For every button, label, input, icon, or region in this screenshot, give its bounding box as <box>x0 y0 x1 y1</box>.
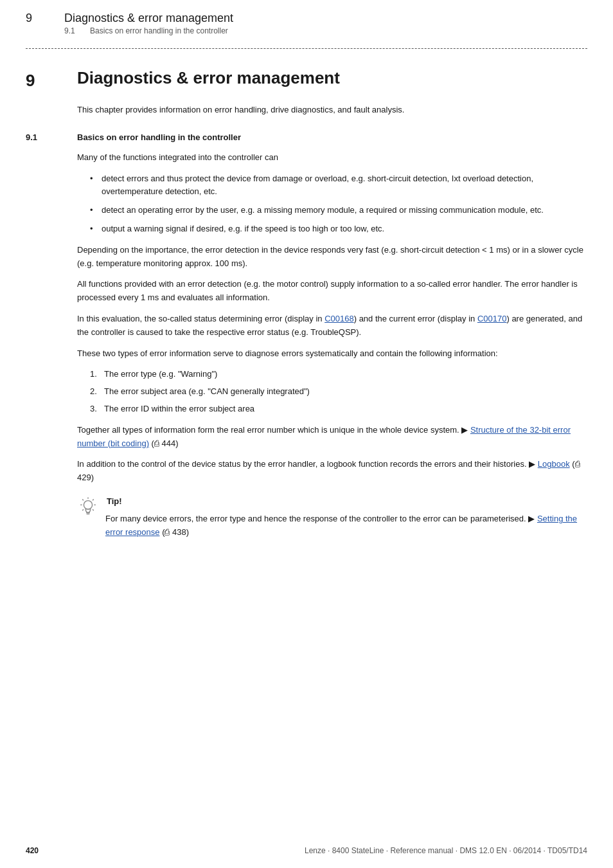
numbered-item: The error type (e.g. "Warning") <box>90 368 587 381</box>
tip-header: Tip! <box>105 496 587 506</box>
c00170-link[interactable]: C00170 <box>477 314 507 323</box>
section91-para7: In addition to the control of the device… <box>77 458 587 485</box>
tip-suffix: (⎙ 438) <box>160 527 190 537</box>
para6-suffix: (⎙ 444) <box>149 439 179 448</box>
header-strip: 9 Diagnostics & error management 9.1 Bas… <box>0 0 613 42</box>
section91-para1: Many of the functions integrated into th… <box>77 151 587 165</box>
para4-prefix: In this evaluation, the so-called status… <box>77 314 324 323</box>
list-item: output a warning signal if desired, e.g.… <box>90 222 587 236</box>
para6-prefix: Together all types of information form t… <box>77 425 470 435</box>
tip-box: Tip! For many device errors, the error t… <box>77 496 587 539</box>
svg-line-7 <box>82 509 84 511</box>
tip-icon-area <box>77 496 99 518</box>
list-item: detect errors and thus protect the devic… <box>90 172 587 199</box>
svg-point-0 <box>84 501 92 509</box>
logbook-link[interactable]: Logbook <box>538 459 570 469</box>
section91-para4: In this evaluation, the so-called status… <box>77 312 587 339</box>
chapter-title: Diagnostics & error management <box>77 68 340 88</box>
c00168-link[interactable]: C00168 <box>324 314 354 323</box>
chapter-number: 9 <box>26 68 77 91</box>
section91-para3: All functions provided with an error det… <box>77 278 587 305</box>
header-right: Diagnostics & error management 9.1 Basic… <box>64 12 233 35</box>
tip-label-and-content: Tip! For many device errors, the error t… <box>105 496 587 539</box>
svg-line-5 <box>82 499 84 500</box>
section91-para2: Depending on the importance, the error d… <box>77 244 587 271</box>
page-footer: 420 Lenze · 8400 StateLine · Reference m… <box>0 846 613 855</box>
section91-heading-block: 9.1 Basics on error handling in the cont… <box>26 132 587 142</box>
numbered-item: The error subject area (e.g. "CAN genera… <box>90 385 587 399</box>
chapter-intro: This chapter provides information on err… <box>77 104 587 117</box>
page-container: 9 Diagnostics & error management 9.1 Bas… <box>0 0 613 868</box>
chapter-heading-block: 9 Diagnostics & error management <box>26 68 587 91</box>
svg-line-2 <box>93 499 94 500</box>
section91-bullet-list: detect errors and thus protect the devic… <box>90 172 587 236</box>
section91-para6: Together all types of information form t… <box>77 424 587 451</box>
header-section-title: Basics on error handling in the controll… <box>90 26 228 35</box>
header-section-ref: 9.1 Basics on error handling in the cont… <box>64 26 233 35</box>
header-chapter-title: Diagnostics & error management <box>64 12 233 25</box>
section91-numbered-list: The error type (e.g. "Warning") The erro… <box>90 368 587 415</box>
tip-content: For many device errors, the error type a… <box>105 509 587 539</box>
footer-product-info: Lenze · 8400 StateLine · Reference manua… <box>305 846 587 855</box>
section91-number: 9.1 <box>26 132 77 142</box>
svg-line-4 <box>93 509 94 511</box>
tip-label: Tip! <box>107 496 122 506</box>
para4-mid: ) and the current error (display in <box>354 314 477 323</box>
section91-title: Basics on error handling in the controll… <box>77 132 241 142</box>
numbered-item: The error ID within the error subject ar… <box>90 402 587 416</box>
header-section-num: 9.1 <box>64 26 75 35</box>
main-content: 9 Diagnostics & error management This ch… <box>0 49 613 586</box>
footer-page-number: 420 <box>26 846 39 855</box>
section91-para5: These two types of error information ser… <box>77 347 587 361</box>
tip-icon <box>77 496 99 518</box>
para7-prefix: In addition to the control of the device… <box>77 459 538 469</box>
header-chapter-num: 9 <box>26 12 64 25</box>
tip-text-prefix: For many device errors, the error type a… <box>105 514 537 523</box>
list-item: detect an operating error by the user, e… <box>90 204 587 217</box>
